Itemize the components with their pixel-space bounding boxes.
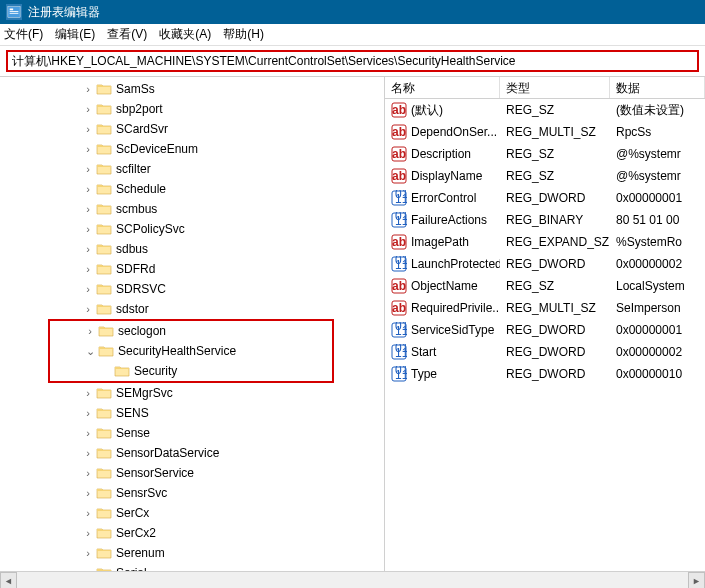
tree-toggle-icon[interactable]: › <box>80 427 96 439</box>
tree-toggle-icon[interactable]: › <box>80 83 96 95</box>
tree-item[interactable]: › SensorDataService <box>0 443 384 463</box>
addressbar[interactable]: 计算机\HKEY_LOCAL_MACHINE\SYSTEM\CurrentCon… <box>6 50 699 72</box>
tree-label: SEMgrSvc <box>116 386 173 400</box>
folder-icon <box>96 242 112 256</box>
tree-toggle-icon[interactable]: › <box>80 183 96 195</box>
tree-toggle-icon[interactable]: › <box>80 547 96 559</box>
tree-item[interactable]: › SCardSvr <box>0 119 384 139</box>
menu-edit[interactable]: 编辑(E) <box>55 26 95 43</box>
tree-item[interactable]: › scmbus <box>0 199 384 219</box>
tree-toggle-icon[interactable]: › <box>80 487 96 499</box>
tree-item[interactable]: › seclogon <box>50 321 332 341</box>
scroll-right-button[interactable]: ► <box>688 572 705 588</box>
registry-value-row[interactable]: 011110 LaunchProtected REG_DWORD 0x00000… <box>385 253 705 275</box>
tree-item[interactable]: › SCPolicySvc <box>0 219 384 239</box>
registry-value-row[interactable]: ab DisplayName REG_SZ @%systemr <box>385 165 705 187</box>
tree-toggle-icon[interactable]: › <box>80 467 96 479</box>
tree-item[interactable]: › Serenum <box>0 543 384 563</box>
tree-item[interactable]: › SDRSVC <box>0 279 384 299</box>
folder-icon <box>114 364 130 378</box>
menu-favorites[interactable]: 收藏夹(A) <box>159 26 211 43</box>
header-name[interactable]: 名称 <box>385 77 500 98</box>
tree-item[interactable]: › SEMgrSvc <box>0 383 384 403</box>
tree-item[interactable]: › SamSs <box>0 79 384 99</box>
tree-toggle-icon[interactable]: › <box>80 203 96 215</box>
tree-item[interactable]: › SensrSvc <box>0 483 384 503</box>
tree-toggle-icon[interactable]: › <box>80 143 96 155</box>
tree-item[interactable]: › SDFRd <box>0 259 384 279</box>
tree-item[interactable]: ⌄ SecurityHealthService <box>50 341 332 361</box>
horizontal-scrollbar[interactable]: ◄ ► <box>0 571 705 588</box>
tree-item[interactable]: › ScDeviceEnum <box>0 139 384 159</box>
folder-icon <box>96 302 112 316</box>
registry-value-row[interactable]: 011110 Type REG_DWORD 0x00000010 <box>385 363 705 385</box>
scroll-left-button[interactable]: ◄ <box>0 572 17 588</box>
menu-view[interactable]: 查看(V) <box>107 26 147 43</box>
tree-item[interactable]: › SENS <box>0 403 384 423</box>
tree-toggle-icon[interactable]: › <box>80 163 96 175</box>
tree-item[interactable]: › sbp2port <box>0 99 384 119</box>
tree-toggle-icon[interactable]: › <box>80 263 96 275</box>
string-value-icon: ab <box>391 278 407 294</box>
svg-rect-1 <box>10 9 14 11</box>
string-value-icon: ab <box>391 102 407 118</box>
tree-toggle-icon[interactable]: › <box>82 325 98 337</box>
value-data-cell: 0x00000010 <box>610 367 705 381</box>
tree-item[interactable]: › scfilter <box>0 159 384 179</box>
tree-toggle-icon[interactable]: › <box>80 303 96 315</box>
tree-toggle-icon[interactable]: › <box>80 223 96 235</box>
tree-item[interactable]: › SerCx2 <box>0 523 384 543</box>
scroll-track[interactable] <box>17 572 688 588</box>
value-data-cell: @%systemr <box>610 147 705 161</box>
svg-text:ab: ab <box>392 235 406 249</box>
tree-toggle-icon[interactable]: ⌄ <box>82 345 98 358</box>
registry-value-row[interactable]: ab RequiredPrivile... REG_MULTI_SZ SeImp… <box>385 297 705 319</box>
tree-item[interactable]: › Sense <box>0 423 384 443</box>
registry-value-row[interactable]: 011110 ServiceSidType REG_DWORD 0x000000… <box>385 319 705 341</box>
string-value-icon: ab <box>391 124 407 140</box>
tree-toggle-icon[interactable]: › <box>80 387 96 399</box>
tree-item[interactable]: › sdbus <box>0 239 384 259</box>
folder-icon <box>96 162 112 176</box>
menu-help[interactable]: 帮助(H) <box>223 26 264 43</box>
tree-toggle-icon[interactable]: › <box>80 447 96 459</box>
titlebar: 注册表编辑器 <box>0 0 705 24</box>
svg-text:ab: ab <box>392 279 406 293</box>
header-type[interactable]: 类型 <box>500 77 610 98</box>
registry-value-row[interactable]: ab DependOnSer... REG_MULTI_SZ RpcSs <box>385 121 705 143</box>
tree-item[interactable]: › SerCx <box>0 503 384 523</box>
tree-toggle-icon[interactable]: › <box>80 243 96 255</box>
tree-item[interactable]: › SensorService <box>0 463 384 483</box>
folder-icon <box>96 262 112 276</box>
registry-value-row[interactable]: 011110 FailureActions REG_BINARY 80 51 0… <box>385 209 705 231</box>
registry-value-row[interactable]: ab ImagePath REG_EXPAND_SZ %SystemRo <box>385 231 705 253</box>
tree-toggle-icon[interactable]: › <box>80 283 96 295</box>
tree-toggle-icon[interactable]: › <box>80 407 96 419</box>
folder-icon <box>96 466 112 480</box>
tree-label: SENS <box>116 406 149 420</box>
menu-file[interactable]: 文件(F) <box>4 26 43 43</box>
registry-value-row[interactable]: ab Description REG_SZ @%systemr <box>385 143 705 165</box>
list-body[interactable]: ab (默认) REG_SZ (数值未设置) ab DependOnSer...… <box>385 99 705 571</box>
tree-item[interactable]: › Serial <box>0 563 384 571</box>
tree-toggle-icon[interactable]: › <box>80 103 96 115</box>
tree-toggle-icon[interactable]: › <box>80 507 96 519</box>
tree-toggle-icon[interactable]: › <box>80 527 96 539</box>
tree-item[interactable]: › Schedule <box>0 179 384 199</box>
svg-rect-2 <box>10 11 19 12</box>
registry-value-row[interactable]: ab (默认) REG_SZ (数值未设置) <box>385 99 705 121</box>
tree-label: SCPolicySvc <box>116 222 185 236</box>
tree-label: sbp2port <box>116 102 163 116</box>
binary-value-icon: 011110 <box>391 344 407 360</box>
tree-item[interactable]: › sdstor <box>0 299 384 319</box>
svg-rect-3 <box>10 13 19 14</box>
registry-value-row[interactable]: ab ObjectName REG_SZ LocalSystem <box>385 275 705 297</box>
value-name-cell: ab (默认) <box>385 102 500 119</box>
header-data[interactable]: 数据 <box>610 77 705 98</box>
tree-item[interactable]: Security <box>50 361 332 381</box>
svg-text:110: 110 <box>395 324 407 338</box>
registry-value-row[interactable]: 011110 ErrorControl REG_DWORD 0x00000001 <box>385 187 705 209</box>
tree-pane[interactable]: › SamSs › sbp2port › SCardSvr › ScDevice… <box>0 77 385 571</box>
tree-toggle-icon[interactable]: › <box>80 123 96 135</box>
registry-value-row[interactable]: 011110 Start REG_DWORD 0x00000002 <box>385 341 705 363</box>
